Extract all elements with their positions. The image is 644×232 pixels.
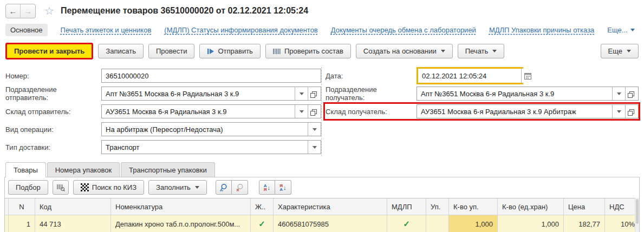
barcode-scan-button[interactable] bbox=[53, 180, 69, 195]
delivery-type-field[interactable] bbox=[101, 140, 321, 154]
nav-link-mdlp-statuses[interactable]: (МДЛП) Статусы информирования документов bbox=[164, 26, 317, 34]
sender-warehouse-field[interactable] bbox=[101, 104, 321, 118]
items-tabstrip: Товары Номера упаковок Транспортные упак… bbox=[0, 157, 644, 177]
sender-department-field[interactable] bbox=[101, 87, 321, 101]
kiz-search-button[interactable]: Поиск по КИЗ bbox=[73, 180, 144, 195]
table-row[interactable]: 1 44 713 Депакин хроно таб.п.о.пролонг.5… bbox=[5, 215, 639, 232]
forward-button[interactable]: → bbox=[21, 4, 35, 18]
nav-link-mdlp-refusal-reasons[interactable]: МДЛП Упаковки причины отказа bbox=[489, 26, 594, 34]
receiver-department-field[interactable] bbox=[417, 87, 639, 101]
delivery-type-dropdown-button[interactable] bbox=[308, 141, 321, 154]
receiver-warehouse-input[interactable] bbox=[417, 105, 612, 118]
receiver-department-input[interactable] bbox=[417, 87, 612, 100]
col-header-price[interactable]: Цена bbox=[564, 198, 605, 215]
favorite-star-icon[interactable]: ☆ bbox=[44, 4, 54, 17]
date-field[interactable] bbox=[418, 69, 534, 83]
operation-kind-field[interactable] bbox=[101, 122, 321, 136]
date-input[interactable] bbox=[418, 69, 521, 83]
cell-price[interactable]: 182,77 bbox=[564, 215, 605, 232]
open-icon bbox=[629, 109, 634, 114]
col-header-nomenclature[interactable]: Номенклатура bbox=[111, 198, 251, 215]
col-header-vat[interactable]: НДС bbox=[605, 198, 639, 215]
check-content-label: Проверить состав bbox=[284, 47, 343, 55]
tab-goods[interactable]: Товары bbox=[5, 162, 46, 177]
print-label: Печать bbox=[465, 47, 489, 55]
command-bar: Провести и закрыть Записать Провести Отп… bbox=[0, 41, 644, 64]
cell-qty-packs[interactable]: 1,000 bbox=[449, 215, 498, 232]
barcode-icon bbox=[273, 48, 281, 55]
cell-code[interactable]: 44 713 bbox=[35, 215, 111, 232]
number-field[interactable] bbox=[101, 69, 321, 83]
cell-up[interactable] bbox=[426, 215, 449, 232]
post-button[interactable]: Провести bbox=[148, 44, 195, 58]
sender-warehouse-dropdown-button[interactable] bbox=[295, 105, 308, 118]
post-and-close-button[interactable]: Провести и закрыть bbox=[5, 43, 93, 59]
nav-link-print-labels[interactable]: Печать этикеток и ценников bbox=[61, 26, 152, 34]
history-nav-group: ← → bbox=[5, 4, 36, 18]
tab-transport-packs[interactable]: Транспортные упаковки bbox=[121, 162, 215, 177]
delivery-type-input[interactable] bbox=[102, 141, 308, 154]
form-right-column: Дата: Подразделение получатель: Склад bbox=[321, 67, 639, 156]
pick-button[interactable]: Подбор bbox=[8, 180, 48, 195]
save-button[interactable]: Записать bbox=[98, 44, 144, 58]
nav-tab-main[interactable]: Основное bbox=[5, 24, 48, 36]
sort-descending-button[interactable]: ЯА ↓ bbox=[275, 180, 291, 195]
col-header-qty-units[interactable]: К-во (ед.хран) bbox=[498, 198, 564, 215]
cell-nomenclature[interactable]: Депакин хроно таб.п.о.пролонг.500м... bbox=[111, 215, 251, 232]
col-header-n[interactable]: N bbox=[9, 198, 35, 215]
sender-department-dropdown-button[interactable] bbox=[295, 87, 308, 100]
chevron-down-icon bbox=[627, 50, 631, 52]
cancel-search-button[interactable] bbox=[232, 180, 248, 195]
datamatrix-icon bbox=[81, 183, 89, 191]
receiver-warehouse-dropdown-button[interactable] bbox=[612, 105, 625, 118]
fill-button[interactable]: Заполнить bbox=[148, 180, 207, 195]
sort-ascending-button[interactable]: АЯ ↓ bbox=[259, 180, 275, 195]
cell-n[interactable]: 1 bbox=[9, 215, 35, 232]
chevron-down-icon bbox=[313, 128, 317, 131]
check-content-button[interactable]: Проверить состав bbox=[265, 44, 351, 58]
print-button[interactable]: Печать bbox=[458, 44, 505, 58]
nav-link-lab-exchange-queue[interactable]: Документы очередь обмена с лабораторией bbox=[331, 26, 476, 34]
operation-kind-input[interactable] bbox=[102, 123, 308, 136]
operation-kind-dropdown-button[interactable] bbox=[308, 123, 321, 136]
nav-more-menu[interactable]: Еще... bbox=[607, 26, 634, 34]
nav-links-row: Основное Печать этикеток и ценников (МДЛ… bbox=[0, 22, 644, 41]
send-button[interactable]: Отправить bbox=[199, 44, 260, 58]
nav-more-label: Еще... bbox=[607, 26, 627, 34]
table-vertical-scrollbar[interactable] bbox=[635, 198, 639, 232]
cell-qty-units[interactable]: 1,000 bbox=[498, 215, 564, 232]
cell-zhnvlp[interactable]: ✓ bbox=[251, 215, 274, 232]
col-header-qty-packs[interactable]: К-во уп. bbox=[449, 198, 498, 215]
receiver-department-open-button[interactable] bbox=[625, 87, 638, 100]
number-input[interactable] bbox=[102, 69, 321, 82]
sender-department-input[interactable] bbox=[102, 87, 295, 100]
date-calendar-button[interactable] bbox=[521, 69, 534, 83]
more-button[interactable]: Еще bbox=[601, 44, 639, 58]
receiver-warehouse-field[interactable] bbox=[417, 104, 639, 118]
sender-warehouse-input[interactable] bbox=[102, 105, 295, 118]
receiver-warehouse-open-button[interactable] bbox=[625, 105, 638, 118]
receiver-department-dropdown-button[interactable] bbox=[612, 87, 625, 100]
sender-department-label: Подразделение отправитель: bbox=[5, 85, 101, 102]
col-header-up[interactable]: Уп. bbox=[426, 198, 449, 215]
cell-mdlp[interactable]: ✓ bbox=[387, 215, 426, 232]
table-header-row: N Код Номенклатура Ж.. Характеристика МД… bbox=[5, 198, 639, 215]
chevron-down-icon bbox=[630, 29, 635, 31]
document-form: Номер: Подразделение отправитель: Склад … bbox=[0, 64, 644, 156]
sender-warehouse-open-button[interactable] bbox=[308, 105, 321, 118]
create-based-on-button[interactable]: Создать на основании bbox=[356, 44, 453, 58]
col-header-zhnvlp[interactable]: Ж.. bbox=[251, 198, 274, 215]
cell-characteristic[interactable]: 4606581075985 bbox=[274, 215, 387, 232]
back-button[interactable]: ← bbox=[6, 4, 21, 18]
sender-department-open-button[interactable] bbox=[308, 87, 321, 100]
items-toolbar: Подбор Поиск по КИЗ Заполнить АЯ ↓ bbox=[5, 177, 639, 198]
scrollbar-thumb[interactable] bbox=[636, 199, 639, 224]
items-panel: Подбор Поиск по КИЗ Заполнить АЯ ↓ bbox=[4, 177, 640, 232]
col-header-characteristic[interactable]: Характеристика bbox=[274, 198, 387, 215]
search-button[interactable] bbox=[216, 180, 232, 195]
open-icon bbox=[629, 91, 634, 96]
col-header-mdlp[interactable]: МДЛП bbox=[387, 198, 426, 215]
col-header-code[interactable]: Код bbox=[35, 198, 111, 215]
cell-vat[interactable]: 10% bbox=[605, 215, 639, 232]
tab-pack-numbers[interactable]: Номера упаковок bbox=[47, 162, 120, 177]
